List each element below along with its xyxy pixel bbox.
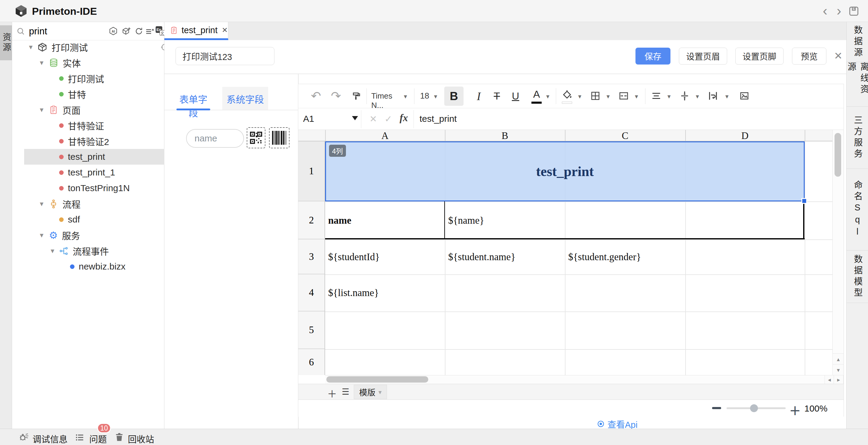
debug-info-label[interactable]: 调试信息 xyxy=(33,432,67,445)
tab-form-fields[interactable]: 表单字段 xyxy=(177,92,210,119)
search-input[interactable] xyxy=(28,25,102,38)
recycle-bin-label[interactable]: 回收站 xyxy=(128,432,154,445)
expander-icon[interactable]: ▾ xyxy=(51,247,57,255)
vertical-scrollbar[interactable] xyxy=(832,130,843,353)
font-family-select[interactable]: Times N... xyxy=(371,91,401,110)
horizontal-scrollbar-thumb[interactable] xyxy=(326,376,428,383)
view-api-link[interactable]: 查看Api xyxy=(596,418,638,430)
chevron-down-icon[interactable]: ▾ xyxy=(696,93,699,99)
formula-confirm-icon[interactable]: ✓ xyxy=(384,114,392,124)
borders-icon[interactable] xyxy=(590,91,600,101)
fields-tab-system-bg[interactable]: 系统字段 xyxy=(222,87,268,110)
scroll-left-button[interactable]: ◂ xyxy=(825,375,834,384)
tree-row-flow-events[interactable]: ▾ 流程事件 xyxy=(24,243,177,259)
expander-icon[interactable]: ▾ xyxy=(40,231,46,240)
scroll-down-button[interactable]: ▾ xyxy=(832,364,843,375)
rail-tab-thirdparty-services[interactable]: 三方服务 xyxy=(846,107,868,169)
tree-row-page-gantt-check2[interactable]: 甘特验证2 xyxy=(24,133,177,149)
expander-icon[interactable]: ▾ xyxy=(40,199,46,208)
qr-code-widget[interactable] xyxy=(247,127,266,148)
cell-a4[interactable]: ${list.name} xyxy=(328,274,443,312)
col-header-b[interactable]: B xyxy=(445,130,565,141)
cell-ref-box[interactable]: A1 xyxy=(303,114,314,124)
scroll-up-button[interactable]: ▴ xyxy=(832,353,843,365)
template-name-input[interactable] xyxy=(176,47,275,65)
sheet-list-icon[interactable]: ☰ xyxy=(342,387,349,397)
cell-b3[interactable]: ${student.name} xyxy=(448,240,564,274)
ai-assist-icon[interactable]: AI xyxy=(108,27,118,36)
tree-row-pages[interactable]: ▾ 页面 xyxy=(24,102,177,118)
redo-icon[interactable]: ↷ xyxy=(331,89,341,103)
chevron-down-icon[interactable]: ▾ xyxy=(404,93,407,99)
selected-merged-cell-a1[interactable]: 4列 test_print xyxy=(325,141,805,201)
row-header-5[interactable]: 5 xyxy=(298,312,324,349)
translate-icon[interactable]: En 文 xyxy=(156,26,165,36)
chevron-down-icon[interactable]: ▾ xyxy=(668,93,671,99)
tree-row-page-tontestpring1n[interactable]: tonTestPring1N xyxy=(24,180,177,196)
editor-close-icon[interactable]: ✕ xyxy=(834,50,843,62)
tree-row-flow-sdf[interactable]: sdf xyxy=(24,212,177,227)
col-header-a[interactable]: A xyxy=(325,130,445,141)
tab-close-icon[interactable]: ✕ xyxy=(222,26,228,34)
tree-row-newbiz[interactable]: newbiz.bizx xyxy=(24,259,177,274)
fill-color-icon[interactable] xyxy=(562,90,572,100)
rail-tab-datasource[interactable]: 数据源 xyxy=(846,22,868,62)
problems-label[interactable]: 问题 xyxy=(89,432,107,445)
font-color-button[interactable]: A xyxy=(531,88,542,100)
preview-button[interactable]: 预览 xyxy=(792,47,826,65)
row-header-4[interactable]: 4 xyxy=(298,274,324,312)
expander-icon[interactable]: ▾ xyxy=(40,105,46,114)
rail-tab-offline-resources[interactable]: 离线资源 xyxy=(846,62,868,107)
add-sheet-button[interactable]: ＋ xyxy=(327,386,337,400)
vertical-align-icon[interactable] xyxy=(680,91,690,101)
underline-button[interactable]: U xyxy=(512,90,519,102)
col-header-c[interactable]: C xyxy=(565,130,685,141)
formula-input[interactable]: test_print xyxy=(420,114,457,124)
col-header-d[interactable]: D xyxy=(685,130,805,141)
sheet-tab-template[interactable]: 模版 ▾ xyxy=(354,385,387,399)
tree-row-services[interactable]: ▾ ⚙ 服务 xyxy=(24,227,177,243)
set-header-button[interactable]: 设置页眉 xyxy=(679,47,727,65)
tree-row-flows[interactable]: ▾ 流程 xyxy=(24,196,177,212)
zoom-out-button[interactable] xyxy=(712,407,721,409)
chevron-down-icon[interactable]: ▾ xyxy=(434,93,437,99)
tree-row-page-test-print-1[interactable]: test_print_1 xyxy=(24,165,177,180)
cell-ref-caret-icon[interactable] xyxy=(352,116,358,120)
fx-icon[interactable]: fx xyxy=(400,113,408,124)
row-header-1[interactable]: 1 xyxy=(298,141,324,201)
set-footer-button[interactable]: 设置页脚 xyxy=(735,47,783,65)
tree-row-entity-print-test[interactable]: 打印测试 xyxy=(24,70,177,86)
zoom-in-button[interactable]: ＋ xyxy=(789,402,801,418)
text-wrap-icon[interactable] xyxy=(708,91,718,101)
row-header-3[interactable]: 3 xyxy=(298,240,324,274)
tree-row-page-test-print[interactable]: test_print xyxy=(24,149,177,165)
chevron-down-icon[interactable]: ▾ xyxy=(607,93,610,99)
undo-icon[interactable]: ↶ xyxy=(311,89,321,103)
cell-a2[interactable]: name xyxy=(328,201,443,240)
italic-button[interactable]: I xyxy=(477,90,481,103)
paint-format-icon[interactable] xyxy=(351,91,361,101)
tree-row-root[interactable]: ▾ 打印测试 xyxy=(24,39,177,55)
new-package-icon[interactable] xyxy=(122,27,131,36)
barcode-widget[interactable] xyxy=(269,127,289,148)
refresh-icon[interactable] xyxy=(134,27,143,36)
scroll-right-button[interactable]: ▸ xyxy=(834,375,843,384)
chevron-down-icon[interactable]: ▾ xyxy=(725,93,728,99)
chevron-down-icon[interactable]: ▾ xyxy=(546,93,550,99)
merge-cells-icon[interactable] xyxy=(619,91,629,101)
tab-test-print[interactable]: test_print ✕ xyxy=(164,22,228,40)
formula-cancel-icon[interactable]: ✕ xyxy=(369,114,377,124)
sort-filter-icon[interactable] xyxy=(145,27,154,36)
expander-icon[interactable]: ▾ xyxy=(40,59,46,67)
rail-tab-data-model[interactable]: 数据模型 xyxy=(846,251,868,303)
nav-back-icon[interactable]: ‹ xyxy=(823,2,827,19)
save-file-icon[interactable] xyxy=(848,5,860,17)
selection-fill-handle[interactable] xyxy=(801,198,807,204)
insert-image-icon[interactable] xyxy=(739,91,749,101)
horizontal-scrollbar[interactable] xyxy=(325,375,825,384)
tree-row-page-gantt-check[interactable]: 甘特验证 xyxy=(24,118,177,133)
chevron-down-icon[interactable]: ▾ xyxy=(578,93,582,99)
bold-button[interactable]: B xyxy=(444,87,464,106)
field-chip-name[interactable]: name xyxy=(186,129,244,148)
zoom-slider-thumb[interactable] xyxy=(750,404,758,412)
